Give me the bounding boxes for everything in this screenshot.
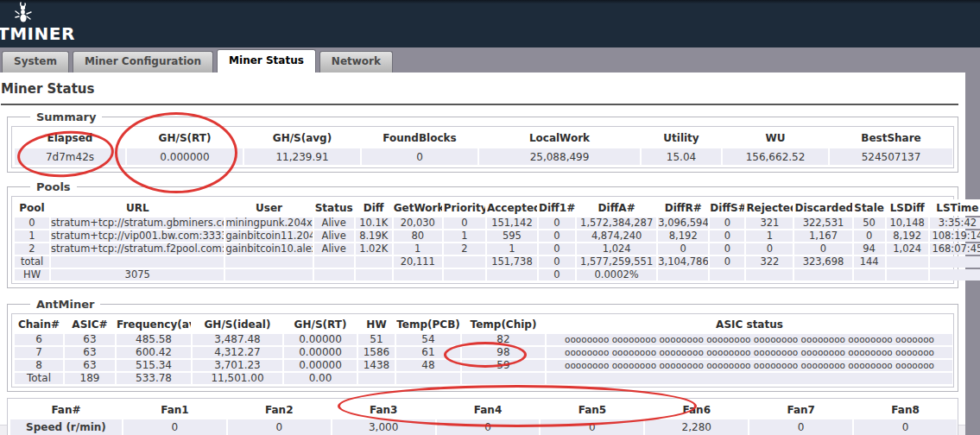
table-cell [930, 256, 980, 268]
table-cell: 0 [710, 218, 744, 229]
table-cell: 1 [444, 230, 485, 242]
column-header: GH/S(RT) [284, 317, 357, 332]
tab-system[interactable]: System [2, 51, 69, 72]
table-cell [358, 373, 395, 384]
table-cell: 1,024 [887, 243, 928, 255]
table-cell: 98 [462, 347, 545, 358]
pools-section: Pools PoolURLUserStatusDiffGetWorksPrior… [7, 186, 958, 288]
table-cell: 1,577,259,551 [577, 256, 656, 268]
table-cell: 0.00000 [284, 347, 357, 358]
table-cell: 20,030 [394, 218, 442, 229]
table-cell [854, 269, 885, 281]
table-cell: 0 [710, 230, 744, 242]
column-header: DiffR# [658, 199, 708, 216]
table-cell: 3:35:42 [930, 218, 980, 229]
table-cell: stratum+tcp://vip001.bw.com:3333 [51, 230, 224, 242]
table-cell: 1 [15, 230, 49, 242]
column-header: Priority [444, 199, 485, 216]
column-header: URL [51, 199, 224, 216]
table-cell: Alive [314, 230, 354, 242]
tab-miner-status[interactable]: Miner Status [217, 49, 316, 72]
column-header: Fan# [10, 401, 122, 418]
table-cell: 0.0002% [577, 269, 656, 281]
header-row: ElapsedGH/S(RT)GH/S(avg)FoundBlocksLocal… [15, 129, 952, 147]
column-header: Accepted [487, 199, 537, 216]
column-header: Rejected [746, 199, 793, 216]
summary-section: Summary ElapsedGH/S(RT)GH/S(avg)FoundBlo… [7, 117, 958, 173]
table-cell: 0 [437, 419, 540, 435]
column-header: GH/S(RT) [127, 129, 243, 147]
table-cell: 1 [746, 230, 793, 242]
table-cell: 0 [15, 218, 49, 229]
table-cell: gainbitcoin11.204x40 [225, 230, 312, 242]
main-nav-tabs: System Miner Configuration Miner Status … [0, 47, 980, 72]
table-cell: 151,738 [487, 256, 537, 268]
table-cell: 3,104,786 [658, 256, 708, 268]
table-row: 7d7m42s0.00000011,239.91025,088,49915.04… [15, 148, 952, 165]
table-row: Total189533.7811,501.000.00 [15, 373, 952, 384]
table-cell: 189 [65, 373, 115, 384]
column-header: DiffA# [577, 199, 656, 216]
summary-legend: Summary [30, 110, 102, 123]
table-cell [51, 256, 224, 268]
table-cell: 322,531 [794, 218, 851, 229]
table-cell: 7d7m42s [15, 148, 125, 165]
table-cell: 0.00 [284, 373, 357, 384]
table-cell: 156,662.52 [723, 148, 828, 165]
table-row: 2stratum+tcp://stratum.f2pool.com:3333ga… [15, 243, 980, 255]
pools-table: PoolURLUserStatusDiffGetWorksPriorityAcc… [13, 198, 980, 282]
column-header: Pool [15, 199, 49, 216]
table-cell: 0 [539, 230, 575, 242]
table-cell: 51 [358, 334, 395, 345]
column-header: WU [723, 129, 828, 147]
logo-text: TMINER [0, 25, 75, 42]
table-cell: 323,698 [794, 256, 851, 268]
column-header: Fan2 [228, 401, 331, 418]
table-cell: 0.00000 [284, 334, 357, 345]
table-cell: 54 [396, 334, 460, 345]
column-header: Utility [642, 129, 721, 147]
table-cell: 0 [539, 243, 575, 255]
column-header: Stale [854, 199, 885, 216]
table-row: 763600.424,312.270.0000015866198oooooooo… [15, 347, 952, 358]
column-header: Temp(Chip) [462, 317, 545, 332]
content-area: Miner Status Summary ElapsedGH/S(RT)GH/S… [0, 72, 965, 425]
ant-logo-icon [0, 2, 75, 24]
tab-miner-configuration[interactable]: Miner Configuration [73, 51, 213, 72]
table-cell: 2 [15, 243, 49, 255]
table-cell: 515.34 [117, 360, 191, 371]
table-row: 863515.343,701.230.0000014384859oooooooo… [15, 360, 952, 371]
table-cell: 0 [794, 243, 851, 255]
table-cell: 94 [854, 243, 885, 255]
table-cell: 8,192 [658, 230, 708, 242]
column-header: GH/S(ideal) [193, 317, 282, 332]
table-cell: 0 [228, 419, 331, 435]
column-header: User [225, 199, 312, 216]
table-cell: 108:19:14 [930, 230, 980, 242]
table-cell: 8,192 [887, 230, 928, 242]
header-row: Chain#ASIC#Frequency(avg)GH/S(ideal)GH/S… [15, 317, 952, 332]
table-cell: Alive [314, 243, 354, 255]
table-cell: 11,501.00 [193, 373, 282, 384]
table-cell: oooooooo oooooooo oooooooo oooooooo oooo… [547, 347, 952, 358]
table-cell: 3,701.23 [193, 360, 282, 371]
column-header: Fan4 [437, 401, 540, 418]
antminer-section: AntMiner Chain#ASIC#Frequency(avg)GH/S(i… [7, 304, 958, 392]
table-cell: 3,000 [332, 419, 435, 435]
table-cell: 168:07:45 [930, 243, 980, 255]
table-cell: 0.000000 [127, 148, 243, 165]
table-cell [746, 269, 793, 281]
column-header: ASIC status [547, 317, 952, 332]
column-header: GH/S(avg) [244, 129, 360, 147]
table-cell: 1438 [358, 360, 395, 371]
table-cell: 0 [539, 218, 575, 229]
column-header: Fan3 [332, 401, 435, 418]
table-cell: Total [15, 373, 63, 384]
tab-network[interactable]: Network [319, 51, 393, 72]
table-cell: 50 [854, 218, 885, 229]
table-cell: 10.1K [356, 218, 392, 229]
table-cell: 533.78 [117, 373, 191, 384]
column-header: Fan8 [854, 401, 957, 418]
header-row: PoolURLUserStatusDiffGetWorksPriorityAcc… [15, 199, 980, 216]
app-header: TMINER [0, 0, 980, 47]
